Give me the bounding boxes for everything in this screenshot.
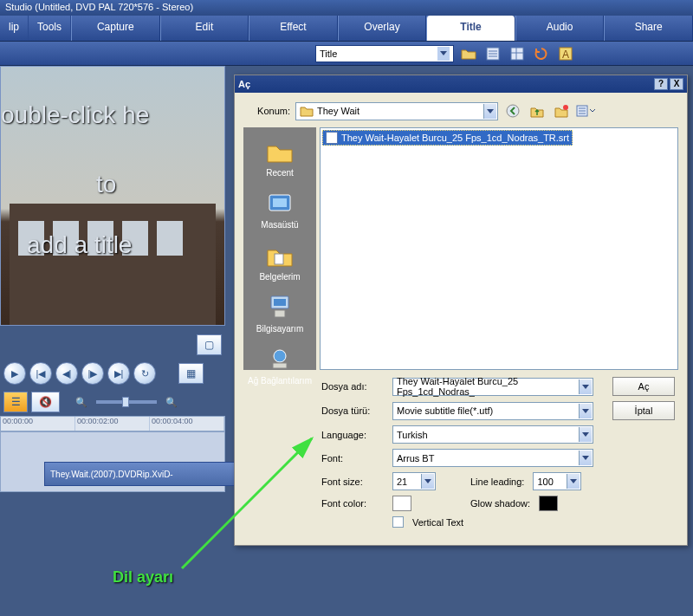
svg-point-4 [507,105,519,117]
camera-button[interactable]: ▢ [197,334,222,355]
place-documents[interactable]: Belgelerim [259,242,300,282]
dialog-title: Aç [238,79,250,89]
place-network[interactable]: Ağ Bağlantılarım [248,346,312,386]
font-label: Font: [321,453,384,464]
combo-label: Title [320,49,337,59]
grid-icon[interactable] [508,44,527,63]
tab-overlay[interactable]: Overlay [338,16,427,41]
svg-rect-11 [274,299,286,306]
open-folder-icon[interactable] [459,44,478,63]
timeline-track[interactable]: They.Wait.(2007).DVDRip.XviD- [0,431,225,492]
svg-point-13 [274,350,286,362]
recent-folder-icon [266,138,294,165]
ruler-tick: 00:00:02:00 [75,417,150,431]
tab-effect[interactable]: Effect [249,16,338,41]
font-color-swatch[interactable] [392,496,411,511]
location-combo[interactable]: They Wait [295,102,498,120]
file-item-selected[interactable]: They Wait-Hayalet Burcu_25 Fps_1cd_Nodra… [322,130,573,146]
glow-shadow-swatch[interactable] [539,496,558,511]
properties-icon[interactable] [483,44,502,63]
frame-fwd-button[interactable]: |▶ [81,362,104,385]
menu-clip[interactable]: lip [0,16,29,41]
tab-share[interactable]: Share [604,16,693,41]
video-clip[interactable]: They.Wait.(2007).DVDRip.XviD- [44,462,261,486]
svg-point-5 [563,105,568,110]
loop-button[interactable]: ↻ [133,362,156,385]
timeline-mode-button[interactable]: ☰ [3,392,28,412]
svg-rect-8 [273,198,287,207]
font-size-combo[interactable]: 21 [392,472,436,490]
tab-edit[interactable]: Edit [160,16,249,41]
vertical-text-checkbox[interactable] [392,516,404,528]
back-icon[interactable] [503,101,522,120]
chevron-down-icon [579,404,592,418]
overlay-text-line3: add a title [27,231,132,259]
file-list[interactable]: They Wait-Hayalet Burcu_25 Fps_1cd_Nodra… [320,127,678,370]
chevron-down-icon [483,104,496,119]
tab-title[interactable]: Title [426,16,515,41]
filename-input[interactable]: They Wait-Hayalet Burcu_25 Fps_1cd_Nodra… [392,378,593,396]
skip-fwd-button[interactable]: ▶| [107,362,130,385]
computer-icon [266,294,294,321]
text-style-icon[interactable]: A [556,44,575,63]
help-button[interactable]: ? [654,78,668,90]
window-titlebar: Studio (Untitled, DVD PAL 720*576 - Ster… [0,0,693,16]
font-size-label: Font size: [321,477,384,487]
play-button[interactable]: ▶ [3,362,26,385]
annotation-text: Dil ayarı [113,568,173,587]
ruler-tick: 00:00:00 [1,417,75,431]
overlay-text-line1: ouble-click he [1,101,149,129]
filename-label: Dosya adı: [321,381,384,392]
desktop-icon [266,190,294,217]
refresh-icon[interactable] [532,44,551,63]
chevron-down-icon [579,451,592,465]
vertical-text-label: Vertical Text [412,517,463,528]
documents-folder-icon [266,242,294,269]
chevron-down-icon [567,474,580,489]
chevron-down-icon [579,427,592,442]
mute-button[interactable]: 🔇 [31,392,60,412]
view-mode-button[interactable]: ▦ [178,363,204,384]
new-folder-icon[interactable] [552,101,571,120]
menu-tools[interactable]: Tools [29,16,71,41]
zoom-out-icon[interactable]: 🔍 [75,397,87,408]
places-bar: Recent Masaüstü Belgelerim Bilgisayarım [243,127,316,370]
workspace: ouble-click he to add a title ▢ ▶ |◀ ◀| … [0,66,693,616]
svg-rect-14 [273,363,287,368]
filetype-label: Dosya türü: [321,405,384,416]
preview-panel[interactable]: ouble-click he to add a title [0,66,225,326]
place-recent[interactable]: Recent [266,138,294,178]
title-type-combo[interactable]: Title [315,45,454,62]
location-label: Konum: [243,106,290,116]
chevron-down-icon [579,379,592,394]
dialog-titlebar: Aç ? X [235,75,687,93]
zoom-slider[interactable] [96,400,157,404]
language-label: Language: [321,430,384,440]
view-menu-icon[interactable] [576,101,595,120]
svg-text:A: A [562,49,569,61]
cancel-button[interactable]: İptal [612,401,675,420]
secondary-toolbar: Title A [0,42,693,66]
svg-rect-1 [511,48,523,60]
file-name: They Wait-Hayalet Burcu_25 Fps_1cd_Nodra… [341,133,569,143]
language-combo[interactable]: Turkish [392,425,593,444]
skip-back-button[interactable]: |◀ [29,362,52,385]
frame-back-button[interactable]: ◀| [55,362,78,385]
chevron-down-icon [421,474,434,489]
open-button[interactable]: Aç [612,377,675,396]
tab-audio[interactable]: Audio [515,16,605,41]
tab-capture[interactable]: Capture [71,16,160,41]
place-computer[interactable]: Bilgisayarım [256,294,303,334]
font-combo[interactable]: Arrus BT [392,449,593,467]
svg-rect-12 [275,310,285,317]
line-leading-combo[interactable]: 100 [533,472,581,490]
filetype-combo[interactable]: Movie subtitle file(*.utf) [392,402,593,420]
zoom-in-icon[interactable]: 🔍 [165,397,178,408]
network-icon [266,346,294,373]
line-leading-label: Line leading: [470,477,524,487]
transport-controls: ▢ ▶ |◀ ◀| |▶ ▶| ↻ ▦ ☰ 🔇 🔍 🔍 00:00:00 00:… [0,331,225,492]
place-desktop[interactable]: Masaüstü [261,190,298,230]
up-folder-icon[interactable] [528,101,547,120]
time-ruler[interactable]: 00:00:00 00:00:02:00 00:00:04:00 [0,416,225,431]
close-button[interactable]: X [670,78,683,90]
